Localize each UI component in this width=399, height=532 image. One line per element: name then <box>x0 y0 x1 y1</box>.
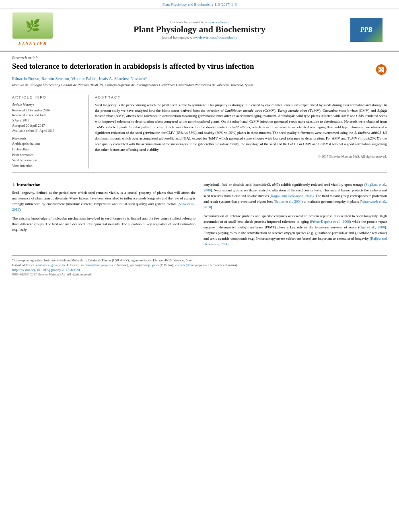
gene-abi3: abi3 <box>272 183 278 187</box>
virus-1: Cauliflower mosaic virus <box>225 109 262 113</box>
keyword-4: Seed deterioration <box>12 158 83 163</box>
journal-homepage: journal homepage: www.elsevier.com/locat… <box>162 35 237 39</box>
crossmark-badge[interactable] <box>376 64 387 76</box>
doi-line[interactable]: http://dx.doi.org/10.1016/j.plaphy.2017.… <box>12 268 387 272</box>
authors: Eduardo Bueso, Ramón Serrano, Vicente Pa… <box>12 76 387 81</box>
email-sep-1: (E. Bueso), <box>66 263 81 267</box>
introduction-section: 1. Introduction Seed longevity, defined … <box>12 178 387 250</box>
article-info-panel: ARTICLE INFO Article history: Received 2… <box>12 95 88 169</box>
plant-illustration: 🌿 <box>12 12 53 39</box>
article-title-row: Seed tolerance to deterioration in arabi… <box>12 62 387 76</box>
journal-title: Plant Physiology and Biochemistry <box>134 24 265 35</box>
corresponding-note: * Corresponding author. Instituto de Bio… <box>12 258 387 263</box>
publisher-logo-area: 🌿 ELSEVIER <box>6 12 59 47</box>
article-info-title: ARTICLE INFO <box>12 95 83 99</box>
ref-oge-2008: Oge et al., 2008 <box>360 225 385 229</box>
keyword-1: Arabidopsis thaliana <box>12 141 83 147</box>
intro-right-para-2: Accumulation of defense proteins and spe… <box>204 214 387 247</box>
introduction-title: Introduction <box>16 182 41 187</box>
email-label: E-mail addresses: <box>12 263 35 267</box>
elsevier-logo-text: ELSEVIER <box>18 40 47 47</box>
email-vpallas[interactable]: vpallas@ibmcp.upv.es <box>130 263 159 267</box>
abr3: (CMV) and <box>358 109 377 113</box>
article-type: Research article <box>12 55 387 60</box>
revised-date: 5 April 2017 <box>12 118 83 123</box>
email-jesanche[interactable]: jesanche@ibmcp.upv.es <box>175 263 206 267</box>
abstract-title: ABSTRACT <box>95 95 387 99</box>
mutant-2: athb25-1D <box>364 136 379 140</box>
virus-2: Turnip mosaic virus <box>278 109 307 113</box>
article-history-label: Article history: <box>12 103 83 107</box>
keyword-5: Virus infection <box>12 163 83 169</box>
abr1: (CaMV), <box>262 109 278 113</box>
article-body: Research article Seed tolerance to deter… <box>0 51 399 287</box>
email-edubueso[interactable]: edubueso@gmail.com <box>36 263 65 267</box>
virus-3: Cucumber mosaic virus <box>323 109 358 113</box>
ppb-logo-area: PPB <box>340 18 393 42</box>
intro-para-2: The existing knowledge of molecular mech… <box>12 216 195 233</box>
accepted-date: Accepted 20 April 2017 <box>12 123 83 128</box>
contents-available-line: Contents lists available at ScienceDirec… <box>170 20 228 24</box>
keywords-list: Arabidopsis thaliana Gibberellins Plant … <box>12 141 83 168</box>
journal-header: 🌿 ELSEVIER Contents lists available at S… <box>0 8 399 51</box>
article-footer: * Corresponding author. Instituto de Bio… <box>12 255 387 279</box>
contents-text: Contents lists available at <box>170 20 207 24</box>
received-date-1: Received 2 December 2016 <box>12 108 83 113</box>
abstract-panel: ABSTRACT Seed longevity is the period du… <box>95 95 387 169</box>
intro-para-1: Seed longevity, defined as the period ov… <box>12 190 195 213</box>
email-line: E-mail addresses: edubueso@gmail.com (E.… <box>12 263 387 268</box>
gene-1: athb22 athb25 <box>229 125 250 129</box>
elsevier-wordmark: ELSEVIER <box>18 40 47 47</box>
affiliation: Instituto de Biología Molecular y Celula… <box>12 82 387 88</box>
keyword-3: Plant hormones <box>12 152 83 158</box>
ref-prieto-2006: Prieto-Dapena et al., 2006 <box>311 220 350 224</box>
ref-sano-2016: Sano et al., 2016 <box>12 202 195 212</box>
author-names: Eduardo Bueso, Ramón Serrano, Vicente Pa… <box>12 76 147 81</box>
copyright-line: © 2017 Elsevier Masson SAS. All rights r… <box>95 154 387 158</box>
abstract-text-p3: dominant mutant, which over accumulated … <box>95 136 364 140</box>
keyword-2: Gibberellins <box>12 147 83 152</box>
email-sep-4: (J.A. Sánchez-Navarro). <box>206 263 238 267</box>
email-rserrano[interactable]: rserrano@ibmcp.upv.es <box>81 263 112 267</box>
divider-2 <box>12 173 387 173</box>
introduction-heading: 1. Introduction <box>12 182 195 187</box>
journal-citation: Plant Physiology and Biochemistry 116 (2… <box>162 2 237 6</box>
introduction-right-col: cotyledon1, lec1 or abscisic acid insens… <box>204 182 387 250</box>
received-revised-label: Received in revised form <box>12 113 83 118</box>
journal-info-bar: Plant Physiology and Biochemistry 116 (2… <box>0 0 399 8</box>
keywords-label: Keywords: <box>12 136 83 140</box>
section-number: 1. <box>12 182 15 187</box>
abstract-text: Seed longevity is the period during whic… <box>95 103 387 153</box>
ref-sugliani-2009: Sugliani et al., 2009 <box>204 183 387 192</box>
doi-link[interactable]: http://dx.doi.org/10.1016/j.plaphy.2017.… <box>12 268 80 272</box>
journal-center-header: Contents lists available at ScienceDirec… <box>59 20 340 39</box>
sciencedirect-link[interactable]: ScienceDirect <box>208 20 228 24</box>
available-date: Available online 21 April 2017 <box>12 128 83 134</box>
abr2: (TuMV), <box>307 109 323 113</box>
email-sep-2: (R. Serrano), <box>112 263 130 267</box>
ref-rajjou-debeaujon-2008: Rajjou and Debeaujon, 2008 <box>204 236 387 246</box>
homepage-label: journal homepage: <box>162 35 189 39</box>
introduction-left-col: 1. Introduction Seed longevity, defined … <box>12 182 195 250</box>
intro-right-para-1: cotyledon1, lec1 or abscisic acid insens… <box>204 182 387 210</box>
ref-sattler-2004: Sattler et al., 2004 <box>275 199 302 203</box>
mutant-1: A. thaliana athb25-1D <box>354 131 387 135</box>
article-title: Seed tolerance to deterioration in arabi… <box>12 62 371 72</box>
email-sep-3: (V. Pallás), <box>160 263 175 267</box>
divider-1 <box>12 92 387 92</box>
homepage-url[interactable]: www.elsevier.com/locate/plaphy <box>190 35 237 39</box>
gene-lec1: lec1 <box>222 183 228 187</box>
ref-rajjou-2008: Rajjou and Debeaujon, 2008 <box>271 194 313 198</box>
issn-line: 0981-9428/© 2017 Elsevier Masson SAS. Al… <box>12 273 387 276</box>
corresponding-text: * Corresponding author. Instituto de Bio… <box>12 259 194 262</box>
info-abstract-row: ARTICLE INFO Article history: Received 2… <box>12 95 387 169</box>
ppb-logo: PPB <box>350 18 383 42</box>
